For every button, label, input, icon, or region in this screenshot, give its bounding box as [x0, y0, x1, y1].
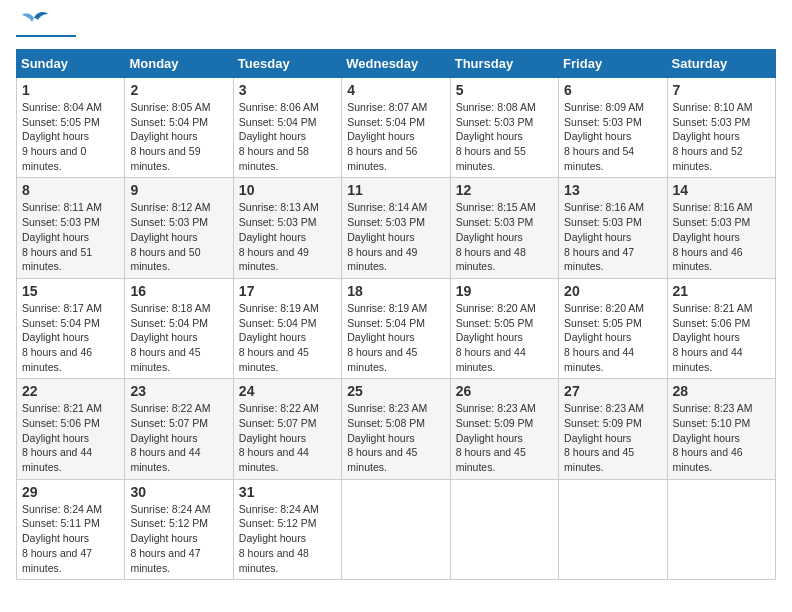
- calendar-cell: 29 Sunrise: 8:24 AM Sunset: 5:11 PM Dayl…: [17, 479, 125, 579]
- sunrise-time: 8:20 AM: [497, 302, 536, 314]
- sunrise-label: Sunrise:: [673, 402, 714, 414]
- day-number: 30: [130, 484, 227, 500]
- sunset-label: Sunset:: [456, 216, 495, 228]
- sunset-time: 5:03 PM: [603, 216, 642, 228]
- daylight-label: Daylight hours: [456, 432, 523, 444]
- header-sunday: Sunday: [17, 50, 125, 78]
- sunset-label: Sunset:: [130, 116, 169, 128]
- day-info: Sunrise: 8:22 AM Sunset: 5:07 PM Dayligh…: [130, 401, 227, 474]
- calendar-cell: 15 Sunrise: 8:17 AM Sunset: 5:04 PM Dayl…: [17, 278, 125, 378]
- calendar-cell: 4 Sunrise: 8:07 AM Sunset: 5:04 PM Dayli…: [342, 78, 450, 178]
- sunrise-time: 8:18 AM: [172, 302, 211, 314]
- sunset-time: 5:04 PM: [61, 317, 100, 329]
- header-wednesday: Wednesday: [342, 50, 450, 78]
- sunset-label: Sunset:: [564, 417, 603, 429]
- sunset-time: 5:06 PM: [711, 317, 750, 329]
- calendar-cell: 16 Sunrise: 8:18 AM Sunset: 5:04 PM Dayl…: [125, 278, 233, 378]
- sunrise-label: Sunrise:: [130, 302, 171, 314]
- day-number: 15: [22, 283, 119, 299]
- sunset-time: 5:09 PM: [603, 417, 642, 429]
- day-number: 11: [347, 182, 444, 198]
- day-number: 19: [456, 283, 553, 299]
- header-monday: Monday: [125, 50, 233, 78]
- day-info: Sunrise: 8:18 AM Sunset: 5:04 PM Dayligh…: [130, 301, 227, 374]
- daylight-value: 8 hours and 46 minutes.: [22, 346, 92, 373]
- sunrise-time: 8:05 AM: [172, 101, 211, 113]
- day-number: 12: [456, 182, 553, 198]
- sunset-label: Sunset:: [22, 417, 61, 429]
- daylight-value: 8 hours and 44 minutes.: [564, 346, 634, 373]
- calendar-cell: 26 Sunrise: 8:23 AM Sunset: 5:09 PM Dayl…: [450, 379, 558, 479]
- daylight-value: 8 hours and 45 minutes.: [347, 346, 417, 373]
- sunset-label: Sunset:: [673, 216, 712, 228]
- daylight-label: Daylight hours: [673, 331, 740, 343]
- daylight-label: Daylight hours: [130, 130, 197, 142]
- day-number: 16: [130, 283, 227, 299]
- day-info: Sunrise: 8:24 AM Sunset: 5:11 PM Dayligh…: [22, 502, 119, 575]
- week-row-5: 29 Sunrise: 8:24 AM Sunset: 5:11 PM Dayl…: [17, 479, 776, 579]
- sunset-label: Sunset:: [22, 216, 61, 228]
- sunset-label: Sunset:: [456, 116, 495, 128]
- daylight-label: Daylight hours: [130, 532, 197, 544]
- day-info: Sunrise: 8:24 AM Sunset: 5:12 PM Dayligh…: [130, 502, 227, 575]
- sunset-label: Sunset:: [564, 116, 603, 128]
- sunset-label: Sunset:: [239, 317, 278, 329]
- sunrise-time: 8:23 AM: [606, 402, 645, 414]
- sunset-label: Sunset:: [347, 116, 386, 128]
- daylight-value: 9 hours and 0 minutes.: [22, 145, 86, 172]
- sunrise-label: Sunrise:: [22, 201, 63, 213]
- sunset-time: 5:05 PM: [61, 116, 100, 128]
- sunrise-label: Sunrise:: [347, 402, 388, 414]
- daylight-label: Daylight hours: [130, 331, 197, 343]
- daylight-value: 8 hours and 46 minutes.: [673, 446, 743, 473]
- calendar-cell: 27 Sunrise: 8:23 AM Sunset: 5:09 PM Dayl…: [559, 379, 667, 479]
- sunrise-label: Sunrise:: [130, 201, 171, 213]
- daylight-label: Daylight hours: [456, 331, 523, 343]
- sunset-time: 5:12 PM: [169, 517, 208, 529]
- sunset-time: 5:07 PM: [277, 417, 316, 429]
- day-number: 8: [22, 182, 119, 198]
- logo: [16, 16, 76, 37]
- day-number: 7: [673, 82, 770, 98]
- week-row-3: 15 Sunrise: 8:17 AM Sunset: 5:04 PM Dayl…: [17, 278, 776, 378]
- sunset-time: 5:03 PM: [277, 216, 316, 228]
- sunrise-time: 8:24 AM: [172, 503, 211, 515]
- sunrise-time: 8:23 AM: [714, 402, 753, 414]
- sunrise-time: 8:12 AM: [172, 201, 211, 213]
- sunrise-label: Sunrise:: [239, 201, 280, 213]
- sunset-time: 5:03 PM: [386, 216, 425, 228]
- sunrise-time: 8:23 AM: [497, 402, 536, 414]
- sunrise-time: 8:23 AM: [389, 402, 428, 414]
- day-info: Sunrise: 8:13 AM Sunset: 5:03 PM Dayligh…: [239, 200, 336, 273]
- sunset-time: 5:03 PM: [61, 216, 100, 228]
- sunset-time: 5:03 PM: [169, 216, 208, 228]
- daylight-value: 8 hours and 47 minutes.: [22, 547, 92, 574]
- sunrise-time: 8:15 AM: [497, 201, 536, 213]
- calendar-cell: 7 Sunrise: 8:10 AM Sunset: 5:03 PM Dayli…: [667, 78, 775, 178]
- sunset-label: Sunset:: [239, 517, 278, 529]
- day-info: Sunrise: 8:23 AM Sunset: 5:09 PM Dayligh…: [564, 401, 661, 474]
- sunset-time: 5:03 PM: [711, 116, 750, 128]
- daylight-value: 8 hours and 47 minutes.: [564, 246, 634, 273]
- daylight-value: 8 hours and 47 minutes.: [130, 547, 200, 574]
- sunset-label: Sunset:: [239, 116, 278, 128]
- day-info: Sunrise: 8:04 AM Sunset: 5:05 PM Dayligh…: [22, 100, 119, 173]
- sunset-label: Sunset:: [673, 417, 712, 429]
- daylight-value: 8 hours and 50 minutes.: [130, 246, 200, 273]
- sunset-time: 5:06 PM: [61, 417, 100, 429]
- sunrise-label: Sunrise:: [564, 302, 605, 314]
- calendar-cell: 2 Sunrise: 8:05 AM Sunset: 5:04 PM Dayli…: [125, 78, 233, 178]
- calendar-cell: 30 Sunrise: 8:24 AM Sunset: 5:12 PM Dayl…: [125, 479, 233, 579]
- calendar-cell: 22 Sunrise: 8:21 AM Sunset: 5:06 PM Dayl…: [17, 379, 125, 479]
- sunset-time: 5:03 PM: [494, 116, 533, 128]
- sunrise-time: 8:13 AM: [280, 201, 319, 213]
- daylight-value: 8 hours and 55 minutes.: [456, 145, 526, 172]
- day-number: 17: [239, 283, 336, 299]
- daylight-value: 8 hours and 59 minutes.: [130, 145, 200, 172]
- day-number: 1: [22, 82, 119, 98]
- sunset-time: 5:04 PM: [386, 116, 425, 128]
- sunrise-label: Sunrise:: [564, 101, 605, 113]
- day-info: Sunrise: 8:10 AM Sunset: 5:03 PM Dayligh…: [673, 100, 770, 173]
- day-info: Sunrise: 8:14 AM Sunset: 5:03 PM Dayligh…: [347, 200, 444, 273]
- day-info: Sunrise: 8:17 AM Sunset: 5:04 PM Dayligh…: [22, 301, 119, 374]
